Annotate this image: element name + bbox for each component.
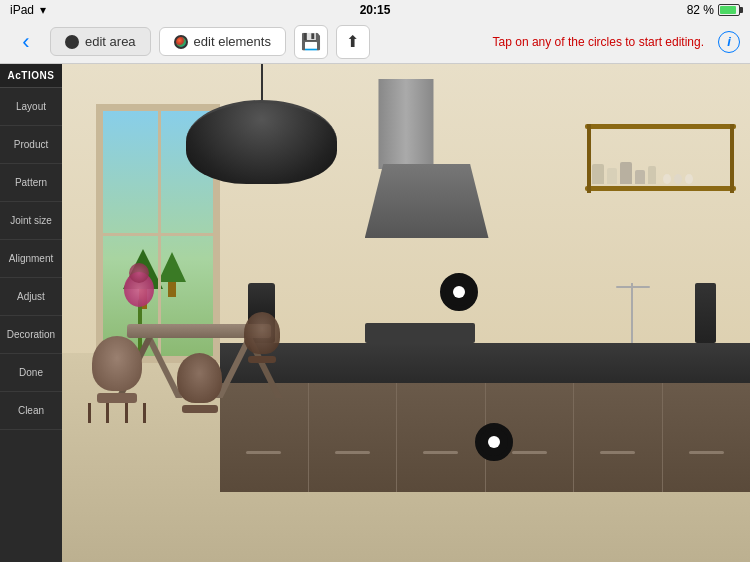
device-label: iPad	[10, 3, 34, 17]
tab-edit-elements[interactable]: edit elements	[159, 27, 286, 56]
chair-left-front	[83, 336, 152, 423]
wifi-icon: ▾	[40, 3, 46, 17]
back-button[interactable]: ‹	[10, 26, 42, 58]
edit-elements-icon	[174, 35, 188, 49]
pendant-lamp	[186, 64, 337, 184]
hood-pipe	[378, 79, 433, 169]
chair-center	[165, 353, 234, 413]
sidebar-header: AcTIONS	[0, 64, 62, 88]
lamp-wire	[261, 64, 263, 100]
hint-text: Tap on any of the circles to start editi…	[493, 35, 704, 49]
edit-circle-2[interactable]	[475, 423, 513, 461]
wall-shelf	[585, 124, 736, 263]
sidebar-item-alignment[interactable]: Alignment	[0, 240, 62, 278]
lamp-shade	[186, 100, 337, 184]
save-button[interactable]: 💾	[294, 25, 328, 59]
range-hood	[365, 164, 489, 239]
faucet-head	[616, 286, 650, 288]
sidebar-item-done[interactable]: Done	[0, 354, 62, 392]
edit-area-icon	[65, 35, 79, 49]
main-content: AcTIONS Layout Product Pattern Joint siz…	[0, 64, 750, 562]
kitchen-background	[62, 64, 750, 562]
tab-edit-area[interactable]: edit area	[50, 27, 151, 56]
sidebar-item-decoration[interactable]: Decoration	[0, 316, 62, 354]
battery-icon	[718, 4, 740, 16]
info-button[interactable]: i	[718, 31, 740, 53]
chair-right-back	[234, 312, 289, 363]
kitchen-visualization	[62, 64, 750, 562]
sidebar-item-pattern[interactable]: Pattern	[0, 164, 62, 202]
stove-top	[365, 323, 475, 343]
utensil-holder	[695, 283, 716, 343]
sidebar-item-joint-size[interactable]: Joint size	[0, 202, 62, 240]
sidebar-item-adjust[interactable]: Adjust	[0, 278, 62, 316]
sidebar: AcTIONS Layout Product Pattern Joint siz…	[0, 64, 62, 562]
sidebar-item-product[interactable]: Product	[0, 126, 62, 164]
status-bar: iPad ▾ 20:15 82 %	[0, 0, 750, 20]
sidebar-item-clean[interactable]: Clean	[0, 392, 62, 430]
battery-percent: 82 %	[687, 3, 714, 17]
share-button[interactable]: ⬆	[336, 25, 370, 59]
time-display: 20:15	[360, 3, 391, 17]
toolbar: ‹ edit area edit elements 💾 ⬆ Tap on any…	[0, 20, 750, 64]
faucet-stem	[631, 283, 633, 343]
sidebar-item-layout[interactable]: Layout	[0, 88, 62, 126]
